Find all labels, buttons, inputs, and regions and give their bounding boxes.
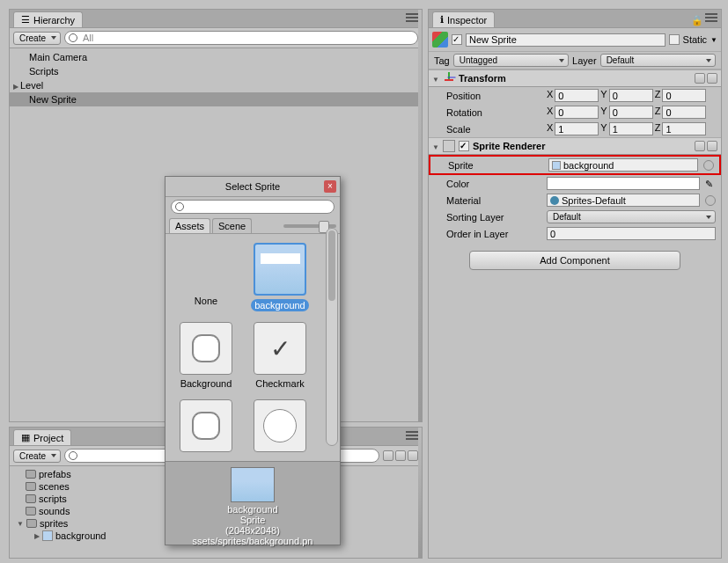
project-tab[interactable]: ▦Project xyxy=(13,429,71,445)
transform-header[interactable]: Transform xyxy=(429,69,721,87)
layer-dropdown[interactable]: Default xyxy=(600,54,716,67)
hierarchy-icon: ☰ xyxy=(21,14,30,26)
cube-icon[interactable] xyxy=(432,32,448,48)
layer-label: Layer xyxy=(572,55,597,66)
eyedropper-icon[interactable]: ✎ xyxy=(705,179,716,189)
project-title: Project xyxy=(33,433,63,443)
object-name-field[interactable] xyxy=(466,33,665,47)
sprite-field[interactable]: background xyxy=(548,158,698,172)
create-dropdown[interactable]: Create xyxy=(13,450,61,463)
create-dropdown[interactable]: Create xyxy=(13,32,61,45)
footer-name: background xyxy=(169,504,336,515)
thumb xyxy=(180,399,232,452)
tag-layer-row: Tag Untagged Layer Default xyxy=(429,52,721,69)
sorting-layer-label: Sorting Layer xyxy=(446,212,543,223)
inspector-tab[interactable]: ℹInspector xyxy=(432,11,495,27)
gameobject-header: Static ▼ xyxy=(429,28,721,52)
panel-options-icon[interactable] xyxy=(406,431,418,442)
popup-titlebar[interactable]: Select Sprite × xyxy=(165,177,340,197)
scene-tab[interactable]: Scene xyxy=(212,218,252,233)
rot-x[interactable] xyxy=(555,106,599,119)
checkmark-thumb: ✓ xyxy=(254,322,306,375)
thumb xyxy=(254,399,306,452)
color-field[interactable] xyxy=(547,177,700,190)
material-icon xyxy=(550,196,559,205)
component-options[interactable] xyxy=(695,141,717,151)
material-row: Material Sprites-Default xyxy=(429,192,721,208)
project-filter-buttons[interactable] xyxy=(383,450,418,461)
sprite-property-row: Sprite background xyxy=(429,155,721,175)
sprite-grid: None background Background ✓ Checkmark xyxy=(165,234,340,454)
active-checkbox[interactable] xyxy=(452,34,462,45)
popup-footer: background Sprite (2048x2048) ssets/spri… xyxy=(165,461,340,545)
transform-icon xyxy=(443,72,455,84)
order-row: Order in Layer xyxy=(429,225,721,242)
pos-y[interactable] xyxy=(609,89,653,102)
search-prefix: All xyxy=(83,33,93,43)
tag-dropdown[interactable]: Untagged xyxy=(453,54,569,67)
hierarchy-item[interactable]: Scripts xyxy=(10,64,422,78)
object-picker-icon[interactable] xyxy=(705,195,716,206)
inspector-panel: ℹInspector 🔒 Static ▼ Tag Untagged Layer… xyxy=(428,9,722,559)
popup-search[interactable] xyxy=(171,200,335,214)
scl-x[interactable] xyxy=(555,122,599,135)
static-dropdown-icon[interactable]: ▼ xyxy=(710,36,717,44)
hierarchy-item[interactable]: Level xyxy=(10,78,422,92)
resize-handle[interactable] xyxy=(418,428,422,558)
static-checkbox[interactable] xyxy=(669,34,680,45)
folder-label: scripts xyxy=(39,494,67,504)
foldout-icon: ▶ xyxy=(34,532,40,540)
order-field[interactable] xyxy=(547,227,716,240)
grid-item-none[interactable]: None xyxy=(174,243,238,311)
folder-icon xyxy=(26,482,36,491)
object-picker-icon[interactable] xyxy=(703,160,714,171)
sorting-layer-dropdown[interactable]: Default xyxy=(547,210,716,223)
component-enable-checkbox[interactable] xyxy=(459,141,469,151)
project-icon: ▦ xyxy=(21,432,30,443)
sprite-renderer-header[interactable]: Sprite Renderer xyxy=(429,137,721,155)
assets-tab[interactable]: Assets xyxy=(169,218,210,233)
component-options[interactable] xyxy=(695,73,717,84)
panel-options-icon[interactable] xyxy=(705,13,717,24)
foldout-icon: ▼ xyxy=(17,520,24,528)
hierarchy-item-selected[interactable]: New Sprite xyxy=(10,92,422,106)
scale-label: Scale xyxy=(446,124,543,135)
close-icon[interactable]: × xyxy=(324,180,336,193)
asset-label: background xyxy=(55,530,107,541)
resize-handle[interactable] xyxy=(418,10,422,421)
grid-item[interactable] xyxy=(174,399,238,454)
grid-item-checkmark[interactable]: ✓ Checkmark xyxy=(248,322,312,389)
material-label: Material xyxy=(446,195,543,206)
pos-x[interactable] xyxy=(555,89,599,102)
grid-item-background-ui[interactable]: Background xyxy=(174,322,238,389)
inspector-title: Inspector xyxy=(447,15,487,26)
rot-y[interactable] xyxy=(609,106,653,119)
zoom-slider[interactable] xyxy=(283,224,336,228)
panel-options-icon[interactable] xyxy=(406,13,418,24)
sorting-layer-row: Sorting Layer Default xyxy=(429,208,721,225)
hierarchy-search[interactable]: All xyxy=(64,31,418,45)
item-label: background xyxy=(251,299,309,311)
pos-z[interactable] xyxy=(662,89,706,102)
scl-y[interactable] xyxy=(609,122,653,135)
scale-row: Scale XYZ xyxy=(429,121,721,137)
position-label: Position xyxy=(446,91,543,101)
grid-item-background[interactable]: background xyxy=(248,243,312,311)
grid-item[interactable] xyxy=(248,399,312,454)
rot-z[interactable] xyxy=(662,106,706,119)
add-component-button[interactable]: Add Component xyxy=(469,251,680,270)
color-label: Color xyxy=(446,179,543,189)
hierarchy-tabbar: ☰Hierarchy xyxy=(10,10,422,28)
lock-icon[interactable]: 🔒 xyxy=(691,15,702,26)
scl-z[interactable] xyxy=(662,122,706,135)
tag-label: Tag xyxy=(434,55,450,66)
hierarchy-item[interactable]: Main Camera xyxy=(10,50,422,64)
hierarchy-tab[interactable]: ☰Hierarchy xyxy=(13,11,83,27)
select-sprite-popup: Select Sprite × Assets Scene None backgr… xyxy=(165,176,341,545)
material-field[interactable]: Sprites-Default xyxy=(547,194,700,207)
foldout-icon xyxy=(432,141,439,151)
popup-scrollbar[interactable] xyxy=(326,228,338,446)
rotation-row: Rotation XYZ xyxy=(429,104,721,121)
folder-label: scenes xyxy=(39,481,70,492)
sprite-renderer-icon xyxy=(443,140,455,152)
